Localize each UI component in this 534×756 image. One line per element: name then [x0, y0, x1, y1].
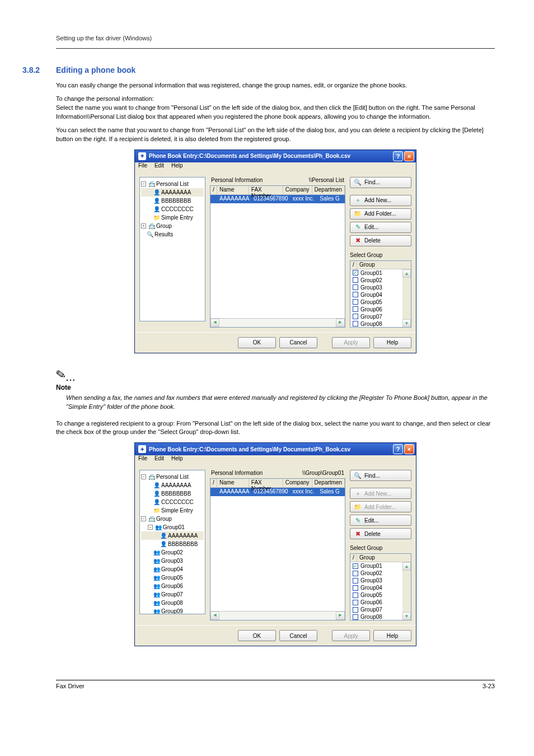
list-item[interactable]: Group04 — [350, 584, 411, 591]
checkbox-icon[interactable] — [353, 571, 358, 576]
tree-item[interactable]: BBBBBBBB — [161, 197, 191, 205]
cancel-button[interactable]: Cancel — [279, 337, 317, 348]
close-icon[interactable]: × — [404, 444, 414, 454]
tree-simple-entry[interactable]: Simple Entry — [161, 506, 193, 515]
checkbox-icon[interactable]: ✓ — [353, 563, 358, 569]
list-item[interactable]: Group02 — [350, 277, 411, 284]
scroll-right-icon[interactable]: ► — [336, 612, 345, 620]
tree-item[interactable]: AAAAAAAA — [161, 188, 191, 197]
tree-item[interactable]: BBBBBBBB — [161, 489, 191, 498]
col-company[interactable]: Company — [283, 186, 312, 194]
col-group[interactable]: Group — [357, 554, 411, 562]
select-group-list[interactable]: /Group ✓Group01 Group02 Group03 Group04 … — [350, 553, 411, 620]
tree-item[interactable]: Group05 — [161, 573, 183, 582]
checkbox-icon[interactable] — [353, 306, 358, 312]
col-sort[interactable]: / — [350, 261, 357, 269]
tree-simple-entry[interactable]: Simple Entry — [161, 213, 193, 222]
list-item[interactable]: Group05 — [350, 591, 411, 599]
menu-file[interactable]: File — [138, 162, 147, 169]
tree-item[interactable]: Group01 — [163, 523, 185, 531]
checkbox-icon[interactable]: ✓ — [353, 270, 358, 276]
add-folder-button[interactable]: 📁Add Folder... — [350, 208, 411, 220]
tree-results[interactable]: Results — [154, 230, 173, 239]
cancel-button[interactable]: Cancel — [279, 630, 317, 641]
scroll-down-icon[interactable]: ▼ — [402, 612, 411, 620]
vertical-scrollbar[interactable]: ▲▼ — [402, 269, 411, 328]
list-item[interactable]: Group08 — [350, 320, 411, 328]
checkbox-icon[interactable] — [353, 578, 358, 584]
checkbox-icon[interactable] — [353, 321, 358, 326]
tree-personal-list[interactable]: Personal List — [156, 473, 189, 481]
ok-button[interactable]: OK — [238, 337, 276, 348]
tree-item[interactable]: AAAAAAAA — [161, 481, 191, 489]
tree-item[interactable]: Group09 — [161, 607, 183, 614]
nav-tree[interactable]: −📇Personal List 👤AAAAAAAA 👤BBBBBBBB 👤CCC… — [139, 470, 205, 614]
tree-item[interactable]: AAAAAAAA — [168, 531, 198, 540]
scroll-right-icon[interactable]: ► — [336, 319, 345, 327]
checkbox-icon[interactable] — [353, 292, 358, 297]
list-item[interactable]: Group07 — [350, 606, 411, 613]
tree-item[interactable]: Group03 — [161, 557, 183, 565]
scroll-left-icon[interactable]: ◄ — [210, 319, 219, 327]
help-button[interactable]: Help — [373, 630, 411, 641]
select-group-list[interactable]: /Group ✓Group01 Group02 Group03 Group04 … — [350, 260, 411, 328]
tree-item[interactable]: BBBBBBBB — [168, 540, 198, 548]
scroll-left-icon[interactable]: ◄ — [210, 612, 219, 620]
list-item[interactable]: Group04 — [350, 291, 411, 298]
checkbox-icon[interactable] — [353, 585, 358, 591]
col-department[interactable]: Departmen — [312, 186, 345, 194]
list-item[interactable]: Group06 — [350, 306, 411, 313]
vertical-scrollbar[interactable]: ▲▼ — [402, 562, 411, 620]
col-name[interactable]: Name — [217, 479, 249, 487]
checkbox-icon[interactable] — [353, 284, 358, 290]
horizontal-scrollbar[interactable]: ◄ ► — [210, 318, 345, 327]
nav-tree[interactable]: −📇Personal List 👤AAAAAAAA 👤BBBBBBBB 👤CCC… — [139, 177, 205, 321]
list-item[interactable]: ✓Group01 — [350, 269, 411, 277]
list-item[interactable]: ✓Group01 — [350, 562, 411, 570]
tree-item[interactable]: Group07 — [161, 590, 183, 599]
col-fax[interactable]: FAX Number — [249, 479, 283, 487]
tree-item[interactable]: Group02 — [161, 548, 183, 557]
edit-button[interactable]: ✎Edit... — [350, 222, 411, 233]
tree-item[interactable]: CCCCCCCC — [161, 205, 194, 213]
col-sort[interactable]: / — [350, 554, 357, 562]
table-row[interactable]: AAAAAAAA 01234567890 xxxx Inc. Sales G — [210, 488, 345, 496]
delete-button[interactable]: ✖Delete — [350, 528, 411, 539]
add-new-button[interactable]: ＋Add New... — [350, 195, 411, 206]
menu-bar[interactable]: File Edit Help — [135, 162, 416, 172]
list-item[interactable]: Group02 — [350, 570, 411, 577]
checkbox-icon[interactable] — [353, 600, 358, 605]
help-icon[interactable]: ? — [393, 444, 403, 454]
list-item[interactable]: Group03 — [350, 577, 411, 584]
help-icon[interactable]: ? — [393, 151, 403, 161]
list-item[interactable]: Group03 — [350, 284, 411, 291]
edit-button[interactable]: ✎Edit... — [350, 515, 411, 526]
tree-collapse-icon[interactable]: − — [141, 474, 146, 479]
tree-collapse-icon[interactable]: − — [141, 516, 146, 521]
tree-item[interactable]: Group06 — [161, 582, 183, 590]
menu-bar[interactable]: File Edit Help — [135, 455, 416, 465]
tree-item[interactable]: Group08 — [161, 599, 183, 607]
checkbox-icon[interactable] — [353, 277, 358, 283]
apply-button[interactable]: Apply — [332, 630, 370, 641]
table-row[interactable]: AAAAAAAA 01234567890 xxxx Inc. Sales G — [210, 195, 345, 203]
col-name[interactable]: Name — [217, 186, 249, 194]
checkbox-icon[interactable] — [353, 299, 358, 305]
dialog-titlebar[interactable]: ✦ Phone Book Entry:C:\Documents and Sett… — [135, 443, 416, 455]
close-icon[interactable]: × — [404, 151, 414, 161]
menu-file[interactable]: File — [138, 455, 147, 461]
col-sort[interactable]: / — [210, 479, 217, 487]
tree-collapse-icon[interactable]: − — [141, 181, 146, 186]
find-button[interactable]: 🔍Find... — [350, 470, 411, 481]
list-item[interactable]: Group07 — [350, 313, 411, 320]
dialog-titlebar[interactable]: ✦ Phone Book Entry:C:\Documents and Sett… — [135, 150, 416, 162]
delete-button[interactable]: ✖Delete — [350, 235, 411, 246]
horizontal-scrollbar[interactable]: ◄ ► — [210, 611, 345, 620]
list-item[interactable]: Group05 — [350, 298, 411, 306]
tree-item[interactable]: Group04 — [161, 565, 183, 573]
scroll-down-icon[interactable]: ▼ — [402, 319, 411, 328]
checkbox-icon[interactable] — [353, 614, 358, 620]
tree-group[interactable]: Group — [156, 222, 172, 230]
recipient-grid[interactable]: / Name FAX Number Company Departmen AAAA… — [210, 478, 345, 620]
list-item[interactable]: Group06 — [350, 599, 411, 606]
